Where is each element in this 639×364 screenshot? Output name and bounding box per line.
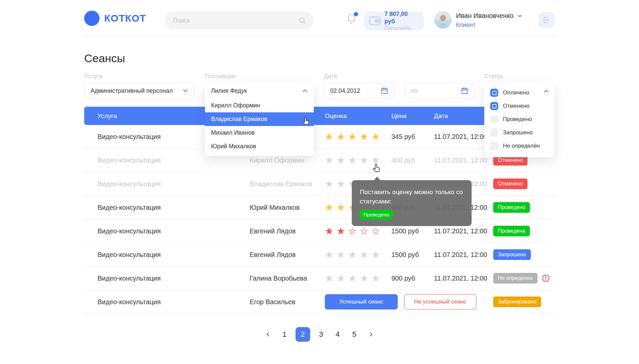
checkbox-icon[interactable]	[490, 129, 498, 137]
provider-option[interactable]: Владислав Ермаков	[205, 112, 314, 126]
chevron-down-icon	[182, 87, 189, 94]
provider-option[interactable]: Кирилл Оформин	[205, 99, 314, 112]
provider-option[interactable]: Юрий Михалков	[205, 140, 314, 153]
cell-date: 11.07.2021, 12:00	[434, 251, 493, 259]
filter-service-label: Услуга	[84, 73, 195, 79]
pagination-page-2[interactable]: 2	[296, 327, 310, 342]
cell-price: 900 руб	[391, 275, 434, 282]
cell-date: 11.07.2021, 12:00	[434, 227, 493, 235]
rating-stars[interactable]: ★★★★★	[325, 250, 391, 260]
header: КОТКОТ	[0, 0, 639, 37]
warning-icon	[541, 274, 550, 283]
star-icon: ★	[325, 203, 333, 212]
table-row: Видео-консультацияЕвгений Лядов★★☆☆☆1500…	[84, 219, 554, 243]
cell-service: Видео-консультация	[84, 157, 250, 164]
tooltip-text: Поставить оценку можно только со статуса…	[360, 187, 464, 206]
star-icon: ★	[371, 132, 380, 142]
search-input[interactable]	[172, 17, 299, 25]
balance-widget[interactable]: 7 807,00 руб Пополнить	[364, 12, 424, 30]
cell-status: Проведена	[493, 226, 554, 236]
balance-amount: 7 807,00 руб	[384, 11, 419, 25]
status-option[interactable]: Запрошено	[484, 126, 554, 139]
logout-button[interactable]	[538, 12, 554, 28]
date-from-input[interactable]: 02.04.2012	[324, 83, 394, 99]
cell-service: Видео-консультация	[84, 180, 250, 188]
status-badge: Не определен	[493, 273, 537, 284]
provider-select[interactable]: Лилия Федук	[205, 83, 314, 99]
avatar[interactable]	[434, 11, 452, 29]
star-icon: ★	[336, 226, 345, 236]
table-row: Видео-консультацияГалина Воробьева★★★★★9…	[84, 267, 554, 290]
status-badge: Забронировано	[493, 297, 541, 307]
search-bar[interactable]	[165, 12, 314, 30]
cell-price: 400 руб	[391, 157, 434, 164]
checkbox-icon[interactable]	[490, 102, 498, 110]
status-option[interactable]: Отменено	[484, 99, 554, 113]
pagination-prev-button[interactable]	[262, 327, 274, 342]
checkbox-icon[interactable]	[490, 115, 498, 123]
pagination-page-4[interactable]: 4	[332, 327, 343, 342]
checkbox-icon[interactable]	[490, 89, 498, 97]
tooltip-status-badge: Проведено	[360, 210, 393, 219]
cell-date: 11.07.2021, 12:00	[434, 275, 493, 282]
pagination-next-button[interactable]	[365, 327, 377, 342]
star-icon: ★	[348, 156, 357, 165]
fail-session-button[interactable]: Не успешный сеанс	[404, 294, 476, 309]
provider-option[interactable]: Михаил Иванов	[205, 126, 314, 140]
chevron-up-icon	[301, 87, 309, 94]
cell-provider: Кирилл Оформин	[250, 157, 325, 164]
rating-stars[interactable]: ★★★★★	[325, 274, 391, 283]
cell-service: Видео-консультация	[84, 275, 250, 282]
cursor-pointer-icon	[301, 116, 311, 126]
chevron-down-icon[interactable]	[517, 13, 523, 19]
search-icon	[299, 17, 307, 25]
date-from-value: 02.04.2012	[330, 87, 380, 94]
star-icon: ★	[360, 250, 368, 260]
status-option-label: Не определён	[503, 143, 540, 149]
page-title: Сеансы	[84, 52, 554, 65]
table-row: Видео-консультацияЕгор ВасильевУспешный …	[84, 290, 554, 314]
main-content: Сеансы Услуга Административный персонал …	[84, 37, 554, 342]
cell-price: 1500 руб	[391, 251, 434, 259]
filter-status-label: Статус	[484, 73, 554, 79]
star-icon: ★	[336, 132, 345, 142]
star-icon: ★	[360, 132, 368, 142]
star-icon: ☆	[348, 226, 357, 236]
status-badge: Проведено	[493, 202, 530, 213]
success-session-button[interactable]: Успешный сеанс	[325, 294, 398, 309]
status-option-label: Запрошено	[503, 129, 533, 136]
cell-status: Отменено	[493, 179, 554, 189]
cell-service: Видео-консультация	[84, 204, 250, 211]
calendar-icon[interactable]	[461, 87, 469, 95]
star-icon: ★	[348, 132, 357, 142]
notifications-button[interactable]	[345, 12, 359, 25]
filter-provider: Поставщик	[205, 73, 314, 83]
rating-stars[interactable]: ★★☆☆☆	[325, 226, 391, 236]
pagination: 12345	[84, 327, 554, 342]
status-badge: Проведена	[493, 226, 530, 236]
rating-stars[interactable]: ★★★★★	[325, 132, 391, 142]
status-option[interactable]: Проведено	[484, 113, 554, 126]
status-dropdown: ОплаченоОтмененоПроведеноЗапрошеноНе опр…	[484, 83, 554, 157]
chevron-up-icon[interactable]	[542, 87, 550, 95]
logo[interactable]: КОТКОТ	[84, 11, 146, 26]
pagination-page-3[interactable]: 3	[316, 327, 327, 342]
service-select[interactable]: Административный персонал	[84, 83, 195, 99]
wallet-icon	[369, 16, 381, 26]
pagination-page-1[interactable]: 1	[279, 327, 290, 342]
star-icon: ★	[325, 250, 333, 260]
date-to-input[interactable]: по	[404, 83, 474, 99]
cell-service: Видео-консультация	[84, 227, 250, 235]
checkbox-inner	[492, 91, 497, 95]
cell-service: Видео-консультация	[84, 298, 250, 306]
user-role[interactable]: Клиент	[456, 22, 523, 29]
checkbox-icon[interactable]	[490, 142, 498, 150]
status-option-label: Оплачено	[503, 89, 529, 96]
status-option[interactable]: Не определён	[484, 139, 554, 153]
topup-link[interactable]: Пополнить	[384, 25, 419, 31]
user-menu[interactable]: Иван Ивановченко Клиент	[456, 12, 523, 29]
pagination-page-5[interactable]: 5	[349, 327, 360, 342]
filter-date-label: Дата	[324, 73, 394, 79]
calendar-icon[interactable]	[380, 87, 388, 95]
cell-provider: Евгений Лядов	[250, 227, 325, 235]
